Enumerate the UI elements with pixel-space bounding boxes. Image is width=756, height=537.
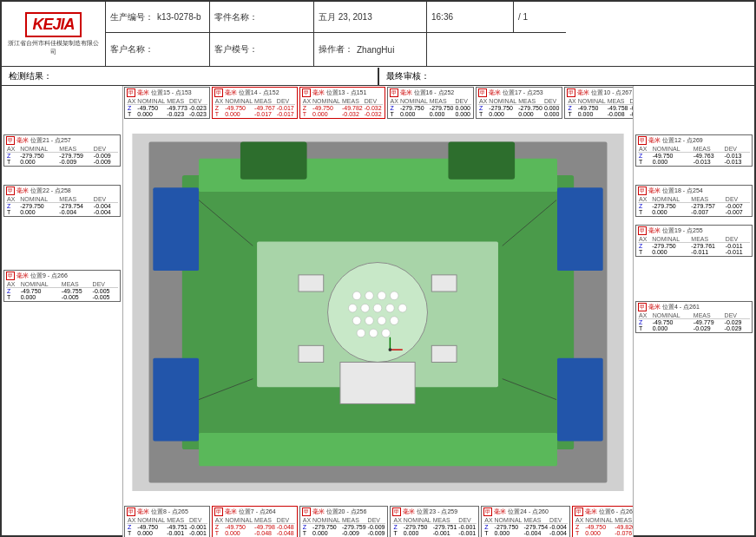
svg-rect-3 (153, 187, 199, 271)
meas-pos23: 甲 毫米 位置23 - 点259 AXNOMINALMEASDEV Z-279.… (390, 506, 479, 537)
meas-icon-pos15: 甲 (127, 88, 135, 97)
meas-pos7: 甲 毫米 位置7 - 点264 AXNOMINALMEASDEV Z-49.75… (212, 506, 298, 537)
meas-icon-pos10: 甲 (567, 88, 575, 97)
meas-pos13: 甲 毫米 位置13 - 点151 AXNOMINALMEASDEV Z-49.7… (299, 87, 385, 119)
extra-cell (427, 33, 566, 67)
svg-point-14 (365, 291, 374, 300)
svg-point-22 (352, 317, 361, 325)
meas-pos21: 甲 毫米 位置21 - 点257 AXNOMINALMEASDEV Z-279.… (3, 134, 121, 167)
svg-rect-32 (431, 345, 457, 362)
meas-pos10: 甲 毫米 位置10 - 点267 AXNOMINALMEASDEV Z-49.7… (564, 87, 633, 119)
svg-point-17 (348, 304, 357, 312)
meas-icon-pos24: 甲 (483, 508, 492, 516)
meas-pos18: 甲 毫米 位置18 - 点254 AXNOMINALMEASDEV Z-279.… (635, 185, 753, 217)
logo-brand: 浙江省台州市科佳模架制造有限公司 (5, 39, 102, 56)
bottom-boxes-row: 甲 毫米 位置8 - 点265 AXNOMINALMEASDEV Z-49.75… (123, 505, 633, 537)
svg-rect-31 (299, 345, 324, 362)
meas-pos20: 甲 毫米 位置20 - 点256 AXNOMINALMEASDEV Z-279.… (299, 506, 389, 537)
top-boxes-row: 甲 毫米 位置15 - 点153 AXNOMINALMEASDEV Z-49.7… (123, 86, 633, 120)
meas-pos8: 甲 毫米 位置8 - 点265 AXNOMINALMEASDEV Z-49.75… (124, 506, 210, 537)
meas-icon-pos17: 甲 (478, 88, 487, 97)
part-name-cell: 零件名称： (210, 2, 314, 33)
left-panel: 甲 毫米 位置21 - 点257 AXNOMINALMEASDEV Z-279.… (2, 86, 123, 537)
operator-cell: 操作者： ZhangHui (314, 33, 427, 67)
right-panel: 甲 毫米 位置12 - 点269 AXNOMINALMEASDEV Z-49.7… (633, 86, 754, 537)
meas-icon-pos21: 甲 (6, 136, 15, 145)
svg-point-13 (352, 291, 361, 300)
svg-point-25 (390, 317, 398, 325)
meas-pos6: 甲 毫米 位置6 - 点263 AXNOMINALMEASDEV Z-49.75… (572, 506, 633, 537)
meas-icon-pos19: 甲 (638, 226, 647, 235)
meas-icon-pos16: 甲 (390, 88, 398, 97)
header: KEJIA 浙江省台州市科佳模架制造有限公司 生产编号： k13-0278-b … (2, 2, 754, 67)
meas-pos22: 甲 毫米 位置22 - 点258 AXNOMINALMEASDEV Z-279.… (3, 185, 121, 217)
time-cell: 16:36 (427, 2, 514, 33)
check-row: 检测结果： 最终审核： (2, 67, 754, 86)
svg-point-24 (378, 317, 386, 325)
svg-rect-5 (557, 187, 603, 271)
date-cell: 五月 23, 2013 (314, 2, 427, 33)
svg-point-21 (398, 304, 407, 312)
viz-svg (123, 134, 633, 491)
meas-pos4: 甲 毫米 位置4 - 点261 AXNOMINALMEASDEV Z-49.75… (635, 301, 753, 333)
logo-box: KEJIA (25, 12, 81, 37)
svg-rect-29 (299, 275, 324, 291)
svg-rect-9 (240, 142, 307, 180)
meas-icon-pos4: 甲 (638, 303, 647, 311)
main-page: KEJIA 浙江省台州市科佳模架制造有限公司 生产编号： k13-0278-b … (0, 0, 756, 537)
svg-point-18 (361, 304, 370, 312)
meas-icon-pos20: 甲 (302, 508, 311, 516)
meas-pos17: 甲 毫米 位置17 - 点253 AXNOMINALMEASDEV Z-279.… (476, 87, 562, 119)
viz-area (123, 134, 633, 491)
svg-point-23 (365, 317, 374, 325)
svg-point-36 (388, 348, 391, 351)
svg-point-27 (369, 329, 378, 337)
center-area: 甲 毫米 位置15 - 点153 AXNOMINALMEASDEV Z-49.7… (123, 86, 633, 537)
meas-icon-pos12: 甲 (638, 136, 647, 145)
meas-pos9: 甲 毫米 位置9 - 点266 AXNOMINALMEASDEV Z-49.75… (3, 270, 121, 302)
customer-model-cell: 客户模号： (210, 33, 314, 67)
svg-rect-8 (199, 433, 557, 466)
svg-rect-10 (448, 142, 515, 180)
svg-rect-30 (431, 275, 457, 291)
logo-text: KEJIA (32, 16, 74, 33)
meas-icon-pos23: 甲 (392, 508, 401, 516)
meas-icon-pos7: 甲 (214, 508, 223, 516)
meas-icon-pos18: 甲 (638, 187, 647, 195)
meas-pos16: 甲 毫米 位置16 - 点252 AXNOMINALMEASDEV Z-279.… (387, 87, 474, 119)
meas-icon-pos6: 甲 (575, 508, 583, 516)
logo-area: KEJIA 浙江省台州市科佳模架制造有限公司 (2, 2, 106, 66)
meas-icon-pos9: 甲 (6, 272, 15, 280)
meas-icon-pos8: 甲 (127, 508, 135, 516)
meas-icon-pos22: 甲 (6, 187, 15, 195)
header-fields: 生产编号： k13-0278-b 零件名称： 五月 23, 2013 16:36… (106, 2, 754, 66)
svg-rect-4 (153, 358, 199, 442)
meas-pos12: 甲 毫米 位置12 - 点269 AXNOMINALMEASDEV Z-49.7… (635, 134, 753, 167)
final-review-cell: 最终审核： (378, 68, 755, 85)
svg-point-19 (373, 304, 382, 312)
customer-name-cell: 客户名称： (106, 33, 210, 67)
meas-pos19: 甲 毫米 位置19 - 点255 AXNOMINALMEASDEV Z-279.… (635, 225, 753, 257)
meas-pos24: 甲 毫米 位置24 - 点260 AXNOMINALMEASDEV Z-279.… (481, 506, 570, 537)
page-cell: / 1 (514, 2, 566, 33)
meas-icon-pos14: 甲 (214, 88, 223, 97)
svg-rect-33 (340, 362, 415, 403)
svg-point-16 (390, 291, 398, 300)
meas-pos14: 甲 毫米 位置14 - 点152 AXNOMINALMEASDEV Z-49.7… (212, 87, 298, 119)
meas-icon-pos13: 甲 (302, 88, 311, 97)
check-result-cell: 检测结果： (2, 68, 378, 85)
svg-point-20 (386, 304, 395, 312)
main-content: 甲 毫米 位置21 - 点257 AXNOMINALMEASDEV Z-279.… (2, 86, 754, 537)
production-number-cell: 生产编号： k13-0278-b (106, 2, 210, 33)
meas-pos15: 甲 毫米 位置15 - 点153 AXNOMINALMEASDEV Z-49.7… (124, 87, 210, 119)
svg-point-15 (378, 291, 386, 300)
svg-point-28 (382, 329, 391, 337)
svg-point-26 (357, 329, 365, 337)
svg-rect-6 (557, 358, 603, 442)
